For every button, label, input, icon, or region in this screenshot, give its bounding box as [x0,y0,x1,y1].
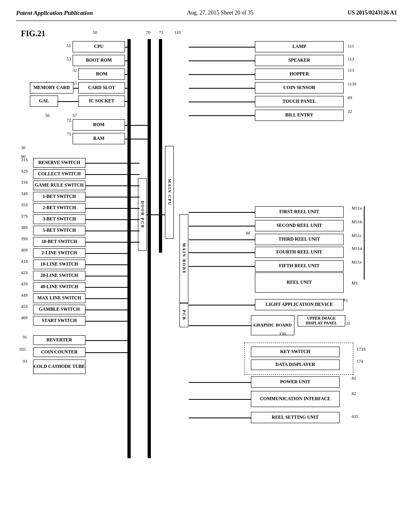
data-displayer-box: DATA DISPLAYER [251,360,340,370]
ref-112: 112 [348,56,354,61]
line-doorpcb-bus [147,214,165,215]
ref-111: 111 [348,44,354,48]
coin-counter-box: COIN COUNTER [33,347,86,357]
ref-m11c: M11c [352,233,362,238]
ref-72: 72 [67,118,71,123]
arrow-graphicboard-r: → [250,322,256,329]
ref-m: M [246,231,250,235]
line-gameruleswitch [86,185,140,186]
ref-57: 57 [73,113,77,118]
arrow-hopper: → [250,71,256,77]
line-line10switch [86,264,129,265]
second-reel-box: SECOND REEL UNIT [255,220,344,231]
gamble-switch: GAMBLE SWITCH [33,305,86,314]
line-line20switch [86,276,129,276]
hopper-box: HOPPER [255,69,344,80]
bet3-switch: 3-BET SWITCH [33,214,86,224]
ref-71: 71 [159,30,163,35]
fourth-reel-box: FOURTH REEL UNIT [255,247,344,258]
ref-37s: 37S [21,214,28,218]
game-rule-switch: GAME RULE SWITCH [33,181,86,190]
ref-44s: 44S [21,293,28,297]
arrow-billentry: ← [250,112,256,118]
line40-switch: 40-LINE SWITCH [33,282,86,292]
line-bet10switch [86,242,140,243]
bus-bar-71 [159,39,162,253]
ref-635: 635 [352,414,359,419]
ic-socket-box: IC SOCKET [78,96,125,107]
line-powerunit [189,382,251,383]
ref-m11a: M11a [352,206,362,210]
third-reel-box: THIRD REEL UNIT [255,234,344,245]
max-line-switch: MAX LINE SWITCH [33,293,86,303]
ref-40s: 40S [21,247,28,252]
ref-52: 52 [73,68,77,73]
ref-70: 70 [146,30,150,35]
line-cardslot-bus [125,88,131,89]
arrow-speaker: → [250,57,256,64]
graphic-board-box: GRAPHIC BOARD [251,315,294,335]
ref-33s: 33S [21,180,28,185]
comm-interface-box: COMMUNICATION INTERFACE [251,391,340,407]
start-switch: START SWITCH [33,316,86,326]
ref-31s: 31S [21,157,28,162]
line-speaker [189,60,255,61]
main-body-label: MAIN BODY [179,214,188,303]
ram-box: RAM [73,133,125,144]
cold-cathode-box: COLD CATHODE TUBE [33,360,86,374]
ref-92c: 92C [19,347,27,351]
line-fifthreel [189,266,255,267]
ref-50: 50 [93,30,97,35]
line-lightapp [189,305,255,305]
line-bet1switch [86,197,140,197]
arrow-coinsensor: ← [250,85,256,91]
line-secondreel [189,226,255,227]
line-memcard-cardslot [73,88,78,89]
reverter-box: REVERTER [33,335,86,345]
bet1-switch: 1-BET SWITCH [33,192,86,202]
reserve-switch: RESERVE SWITCH [33,158,86,168]
ref-51: 51 [67,43,71,48]
line-rom1-bus [125,74,131,75]
ref-39s: 39S [21,236,28,241]
ref-173s: 173S [357,347,366,351]
line-gambleswitch [86,310,129,310]
light-app-box: LIGHT APPLICATION DEVICE [255,299,344,310]
rom2-box: ROM [73,119,125,131]
ref-69: 69 [348,95,352,100]
ref-130: 130 [279,331,286,336]
diagram-area: FIG.21 50 70 71 110 51 CPU 53 BOOT ROM 5… [13,21,400,497]
line-hopper [189,74,255,75]
memory-card-box: MEMORY CARD [30,82,73,94]
ref-m11e: M11e [352,260,362,264]
cpu-box: CPU [73,41,125,52]
boot-rom-box: BOOT ROM [73,55,125,66]
bet5-switch: 5-BET SWITCH [33,226,86,235]
line-gal-icsocket [58,101,78,102]
ref-34s: 34S [21,191,28,196]
ref-56: 56 [45,113,50,118]
key-switch-box: KEY SWITCH [251,347,340,357]
pcb-label: PCB [179,303,188,327]
touch-panel-box: TOUCH PANEL [255,96,344,107]
header-center: Aug. 27, 2015 Sheet 20 of 35 [187,10,254,16]
line-thirdreel [189,239,255,240]
line-maxlineswitch [86,298,129,299]
ref-32s: 32S [21,168,28,173]
line-bet5switch [86,231,140,231]
reel-bracket [364,206,365,280]
lamp-box: LAMP [255,41,344,52]
ref-174: 174 [357,359,363,364]
ref-91: 91 [23,335,27,339]
reel-setting-box: REEL SETTING UNIT [251,412,340,423]
line-ram-bus [125,139,151,139]
bill-entry-box: BILL ENTRY [255,110,344,121]
ref-41s: 41S [21,259,28,264]
ref-35s: 35S [21,202,28,207]
arrow-firstreel: ← [250,209,256,215]
speaker-box: SPEAKER [255,55,344,66]
gal-box: GAL [30,96,58,107]
ref-38s: 38S [21,225,28,230]
line-reelsetting [189,418,251,418]
bet2-switch: 2-BET SWITCH [33,203,86,213]
